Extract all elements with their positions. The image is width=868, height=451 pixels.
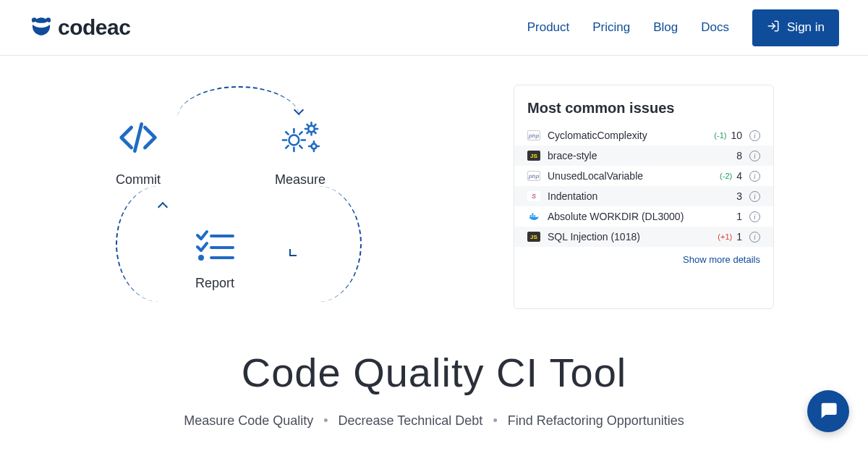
svg-point-4 <box>312 144 317 149</box>
issue-row[interactable]: Absolute WORKDIR (DL3000)1i <box>514 206 773 227</box>
issue-name: brace-style <box>548 150 736 161</box>
checklist-icon <box>195 229 234 264</box>
issue-row[interactable]: JSbrace-style8i <box>514 146 773 166</box>
logo[interactable]: codeac <box>29 14 130 41</box>
cycle-measure-label: Measure <box>275 172 326 187</box>
issue-name: CyclomaticComplexity <box>548 130 714 141</box>
sign-in-icon <box>767 20 780 36</box>
logo-bear-icon <box>29 14 54 41</box>
issue-row[interactable]: JSSQL Injection (1018)(+1)1i <box>514 227 773 247</box>
hero-sub-1: Decrease Technical Debt <box>339 413 483 429</box>
info-icon[interactable]: i <box>749 130 760 141</box>
separator-dot: • <box>493 413 497 429</box>
svg-rect-9 <box>529 215 531 216</box>
issues-title: Most common issues <box>514 100 773 125</box>
docker-icon <box>527 211 540 222</box>
issue-delta: (-2) <box>720 172 732 180</box>
info-icon[interactable]: i <box>749 151 760 161</box>
issue-name: UnusedLocalVariable <box>548 170 720 182</box>
info-icon[interactable]: i <box>749 191 760 202</box>
arrow-icon <box>289 249 297 256</box>
php-icon: php <box>527 171 540 181</box>
issue-row[interactable]: phpUnusedLocalVariable(-2)4i <box>514 166 773 186</box>
issue-delta: (-1) <box>714 131 726 140</box>
chat-button[interactable] <box>807 390 849 432</box>
issues-list: phpCyclomaticComplexity(-1)10iJSbrace-st… <box>514 125 773 247</box>
svg-line-1 <box>135 124 141 151</box>
logo-text: codeac <box>58 15 130 40</box>
nav: Product Pricing Blog Docs Sign in <box>527 9 839 46</box>
hero: Code Quality CI Tool Measure Code Qualit… <box>0 349 868 429</box>
nav-docs[interactable]: Docs <box>701 20 729 35</box>
show-more-link[interactable]: Show more details <box>683 254 760 265</box>
chat-icon <box>818 400 838 423</box>
info-icon[interactable]: i <box>749 171 760 182</box>
php-icon: php <box>527 130 540 140</box>
issue-count: 4 <box>736 170 742 182</box>
header: codeac Product Pricing Blog Docs Sign in <box>0 0 868 56</box>
main: Commit Measure <box>0 56 868 309</box>
svg-rect-12 <box>532 214 533 215</box>
issue-count: 10 <box>731 130 742 141</box>
hero-subtitle: Measure Code Quality • Decrease Technica… <box>0 413 868 429</box>
nav-product[interactable]: Product <box>527 20 570 35</box>
issue-name: SQL Injection (1018) <box>548 231 718 243</box>
separator-dot: • <box>323 413 328 429</box>
issue-name: Absolute WORKDIR (DL3000) <box>548 211 736 222</box>
svg-point-7 <box>200 256 203 259</box>
cycle-arc <box>116 186 203 302</box>
js-icon: JS <box>527 232 540 242</box>
js-icon: JS <box>527 151 540 161</box>
issue-count: 3 <box>736 190 742 202</box>
issue-row[interactable]: SIndentation3i <box>514 186 773 206</box>
sign-in-button[interactable]: Sign in <box>752 9 839 46</box>
cycle-commit-label: Commit <box>116 172 161 187</box>
hero-title: Code Quality CI Tool <box>0 349 868 396</box>
sign-in-label: Sign in <box>787 20 825 35</box>
cycle-arc <box>275 186 362 302</box>
info-icon[interactable]: i <box>749 211 760 222</box>
issue-row[interactable]: phpCyclomaticComplexity(-1)10i <box>514 125 773 146</box>
svg-point-2 <box>289 135 299 146</box>
info-icon[interactable]: i <box>749 232 760 243</box>
issue-delta: (+1) <box>718 232 732 241</box>
hero-sub-2: Find Refactoring Opportunities <box>508 413 684 429</box>
issues-panel: Most common issues phpCyclomaticComplexi… <box>514 85 774 309</box>
issue-count: 1 <box>736 231 742 243</box>
cycle-report-label: Report <box>195 276 234 291</box>
gears-icon <box>278 117 323 161</box>
code-icon <box>118 117 158 161</box>
nav-blog[interactable]: Blog <box>653 20 678 35</box>
issue-count: 1 <box>736 211 742 222</box>
cycle-node-report: Report <box>195 229 234 291</box>
hero-sub-0: Measure Code Quality <box>184 413 313 429</box>
cycle-diagram: Commit Measure <box>94 85 340 309</box>
cycle-node-measure: Measure <box>275 117 326 187</box>
issue-name: Indentation <box>548 190 736 202</box>
nav-pricing[interactable]: Pricing <box>592 20 630 35</box>
sass-icon: S <box>527 191 540 201</box>
issue-count: 8 <box>736 150 742 161</box>
svg-rect-10 <box>532 215 533 216</box>
cycle-node-commit: Commit <box>116 117 161 187</box>
svg-rect-11 <box>534 215 535 216</box>
